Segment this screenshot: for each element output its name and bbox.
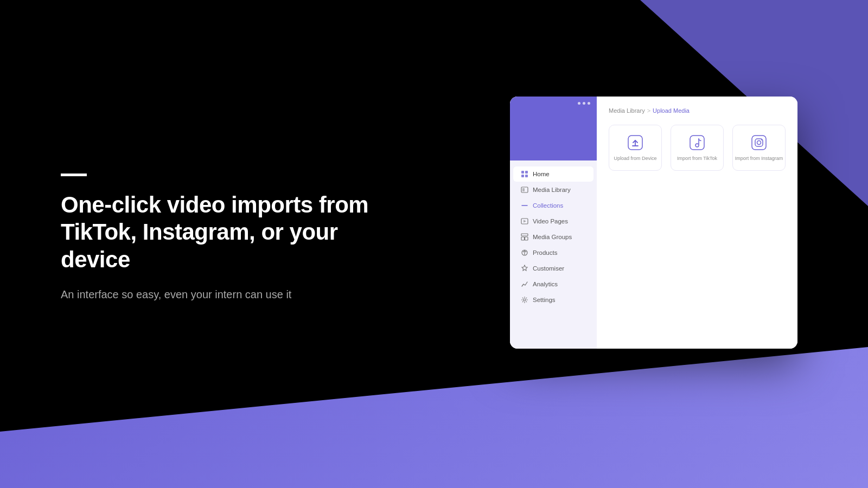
svg-rect-3 [525,175,528,177]
svg-rect-18 [752,136,766,150]
video-pages-icon [521,217,528,225]
home-icon [521,170,528,178]
collections-icon [521,202,528,209]
breadcrumb-current: Upload Media [653,107,690,114]
sidebar-item-media-groups[interactable]: Media Groups [513,229,593,245]
import-tiktok-label: Import from TikTok [677,156,717,162]
svg-point-20 [757,140,761,144]
import-tiktok-card[interactable]: Import from TikTok [671,125,724,171]
dash-decoration [61,174,87,176]
sidebar-nav: Home Media Library Co [510,160,597,349]
svg-rect-0 [521,171,524,174]
media-groups-icon [521,233,528,241]
svg-marker-8 [524,220,526,223]
sidebar-item-customiser[interactable]: Customiser [513,261,593,276]
sidebar-header [510,97,597,160]
customiser-icon [521,265,528,272]
products-icon [521,249,528,256]
svg-rect-9 [521,234,528,236]
sidebar-label-collections: Collections [533,202,563,209]
analytics-icon [521,280,528,288]
dot-2 [583,102,585,105]
sidebar-label-customiser: Customiser [533,265,564,272]
svg-rect-11 [525,237,528,240]
main-heading: One-click video imports from TikTok, Ins… [61,191,408,273]
dot-1 [578,102,580,105]
svg-point-14 [524,299,526,301]
main-content: Media Library > Upload Media Upload from… [597,97,797,349]
app-window: Home Media Library Co [510,97,797,349]
svg-rect-17 [690,136,704,150]
upload-cards-container: Upload from Device Import from TikTok [609,125,786,171]
sidebar-item-video-pages[interactable]: Video Pages [513,214,593,229]
sidebar-label-settings: Settings [533,297,556,303]
bg-bottom-gradient [0,347,868,488]
upload-device-icon [627,134,644,151]
sub-heading: An interface so easy, even your intern c… [61,286,408,303]
import-tiktok-icon [688,134,706,151]
dot-3 [588,102,590,105]
sidebar-item-collections[interactable]: Collections [513,198,593,213]
sidebar-item-analytics[interactable]: Analytics [513,277,593,292]
sidebar-label-media-groups: Media Groups [533,234,572,240]
import-instagram-card[interactable]: Import from Instagram [732,125,786,171]
breadcrumb: Media Library > Upload Media [609,107,786,114]
sidebar-dots [578,102,590,105]
breadcrumb-separator: > [647,107,650,114]
sidebar-item-home[interactable]: Home [513,166,593,182]
svg-rect-5 [522,188,525,191]
sidebar-item-products[interactable]: Products [513,245,593,260]
svg-rect-10 [521,237,525,240]
sidebar: Home Media Library Co [510,97,597,349]
media-library-icon [521,186,528,194]
sidebar-label-home: Home [533,171,550,177]
svg-rect-2 [521,175,524,177]
sidebar-label-media-library: Media Library [533,187,571,193]
sidebar-label-products: Products [533,249,557,256]
sidebar-label-video-pages: Video Pages [533,218,568,224]
breadcrumb-library[interactable]: Media Library [609,107,645,114]
upload-device-label: Upload from Device [614,156,656,162]
svg-rect-1 [525,171,528,174]
sidebar-item-settings[interactable]: Settings [513,292,593,307]
settings-icon [521,296,528,304]
sidebar-label-analytics: Analytics [533,281,558,287]
sidebar-item-media-library[interactable]: Media Library [513,182,593,197]
import-instagram-label: Import from Instagram [735,156,783,162]
svg-point-21 [761,139,762,140]
import-instagram-icon [750,134,768,151]
left-content-area: One-click video imports from TikTok, Ins… [61,174,408,303]
upload-device-card[interactable]: Upload from Device [609,125,662,171]
